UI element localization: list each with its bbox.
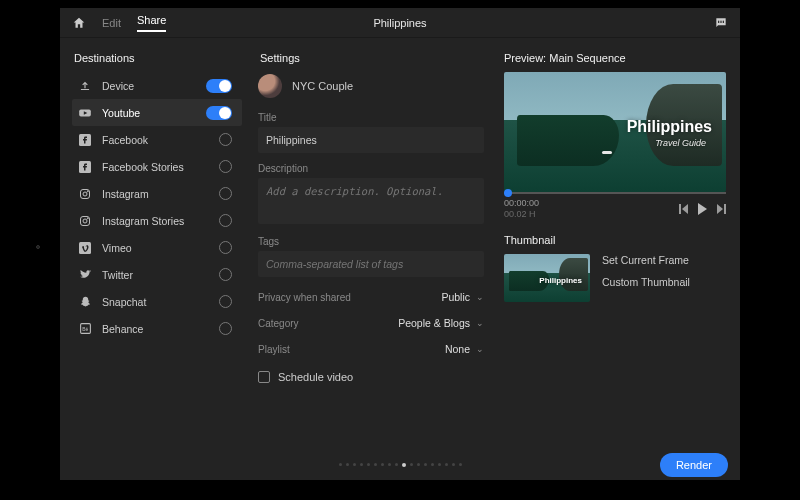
destination-label: Twitter [102,269,133,281]
seek-handle[interactable] [504,189,512,197]
toggle-instagram-stories[interactable] [219,214,232,227]
seek-bar[interactable] [504,192,726,194]
preview-panel: Preview: Main Sequence Philippines Trave… [500,38,740,468]
time-current: 00:00:00 [504,198,539,209]
custom-thumbnail-button[interactable]: Custom Thumbnail [602,276,690,288]
toggle-youtube[interactable] [206,106,232,120]
snapchat-icon [78,295,92,309]
destination-youtube[interactable]: Youtube [72,99,242,126]
home-icon[interactable] [72,16,86,30]
behance-icon: Bē [78,322,92,336]
settings-panel: Settings NYC Couple Title Description Ta… [242,38,500,468]
svg-point-11 [87,217,88,218]
svg-point-10 [83,219,87,223]
title-input[interactable] [258,127,484,153]
category-row[interactable]: Category People & Blogs⌄ [258,317,484,329]
page-dots [60,463,740,467]
destination-label: Instagram Stories [102,215,184,227]
destination-facebook[interactable]: Facebook [72,126,242,153]
destination-label: Instagram [102,188,149,200]
set-current-frame-button[interactable]: Set Current Frame [602,254,690,266]
destination-behance[interactable]: Bē Behance [72,315,242,342]
toggle-snapchat[interactable] [219,295,232,308]
privacy-label: Privacy when shared [258,292,351,303]
tags-label: Tags [258,236,484,247]
instagram-icon [78,187,92,201]
destination-instagram[interactable]: Instagram [72,180,242,207]
chevron-down-icon: ⌄ [476,318,484,328]
toggle-facebook-stories[interactable] [219,160,232,173]
toggle-twitter[interactable] [219,268,232,281]
category-value: People & Blogs [398,317,470,329]
destination-snapchat[interactable]: Snapchat [72,288,242,315]
destination-label: Youtube [102,107,140,119]
render-button[interactable]: Render [660,453,728,477]
playlist-row[interactable]: Playlist None⌄ [258,343,484,355]
destination-twitter[interactable]: Twitter [72,261,242,288]
facebook-icon [78,160,92,174]
avatar [258,74,282,98]
feedback-icon[interactable] [714,16,728,30]
svg-rect-1 [720,20,721,22]
playlist-value: None [445,343,470,355]
destination-instagram-stories[interactable]: Instagram Stories [72,207,242,234]
destination-label: Snapchat [102,296,146,308]
svg-rect-12 [79,242,91,254]
destination-vimeo[interactable]: Vimeo [72,234,242,261]
destination-label: Device [102,80,134,92]
youtube-icon [78,106,92,120]
description-input[interactable] [258,178,484,224]
svg-point-7 [83,192,87,196]
overlay-subtitle: Travel Guide [655,138,706,148]
title-label: Title [258,112,484,123]
toggle-vimeo[interactable] [219,241,232,254]
topbar: Edit Share Philippines [60,8,740,38]
toggle-instagram[interactable] [219,187,232,200]
schedule-label: Schedule video [278,371,353,383]
step-back-button[interactable] [679,204,688,214]
schedule-row[interactable]: Schedule video [258,371,484,383]
destinations-sidebar: Destinations Device Youtube Facebook [60,38,242,468]
tablet-home-button[interactable] [36,245,40,249]
step-forward-button[interactable] [717,204,726,214]
account-name: NYC Couple [292,80,353,92]
svg-text:Bē: Bē [82,327,88,332]
thumbnail-header: Thumbnail [504,234,726,246]
description-label: Description [258,163,484,174]
preview-header: Preview: Main Sequence [504,52,726,64]
destination-device[interactable]: Device [72,72,242,99]
time-fine: 00.02 H [504,209,539,220]
destination-facebook-stories[interactable]: Facebook Stories [72,153,242,180]
thumbnail-title: Philippines [539,276,582,285]
app-screen: Edit Share Philippines Destinations Devi… [60,8,740,468]
play-button[interactable] [698,203,707,215]
settings-header: Settings [260,52,484,64]
category-label: Category [258,318,299,329]
svg-rect-2 [723,20,724,22]
svg-rect-0 [718,20,719,22]
instagram-icon [78,214,92,228]
facebook-icon [78,133,92,147]
account-row[interactable]: NYC Couple [258,74,484,98]
thumbnail-preview[interactable]: Philippines [504,254,590,302]
schedule-checkbox[interactable] [258,371,270,383]
twitter-icon [78,268,92,282]
chevron-down-icon: ⌄ [476,292,484,302]
tab-share[interactable]: Share [137,14,166,32]
tags-input[interactable] [258,251,484,277]
destination-label: Behance [102,323,143,335]
destinations-header: Destinations [74,52,242,64]
tab-edit[interactable]: Edit [102,17,121,29]
video-preview[interactable]: Philippines Travel Guide [504,72,726,192]
destination-label: Facebook [102,134,148,146]
toggle-device[interactable] [206,79,232,93]
bottom-bar: Render [60,450,740,480]
svg-point-8 [87,190,88,191]
playlist-label: Playlist [258,344,290,355]
destination-label: Facebook Stories [102,161,184,173]
overlay-title: Philippines [627,118,712,136]
toggle-facebook[interactable] [219,133,232,146]
privacy-row[interactable]: Privacy when shared Public⌄ [258,291,484,303]
toggle-behance[interactable] [219,322,232,335]
chevron-down-icon: ⌄ [476,344,484,354]
